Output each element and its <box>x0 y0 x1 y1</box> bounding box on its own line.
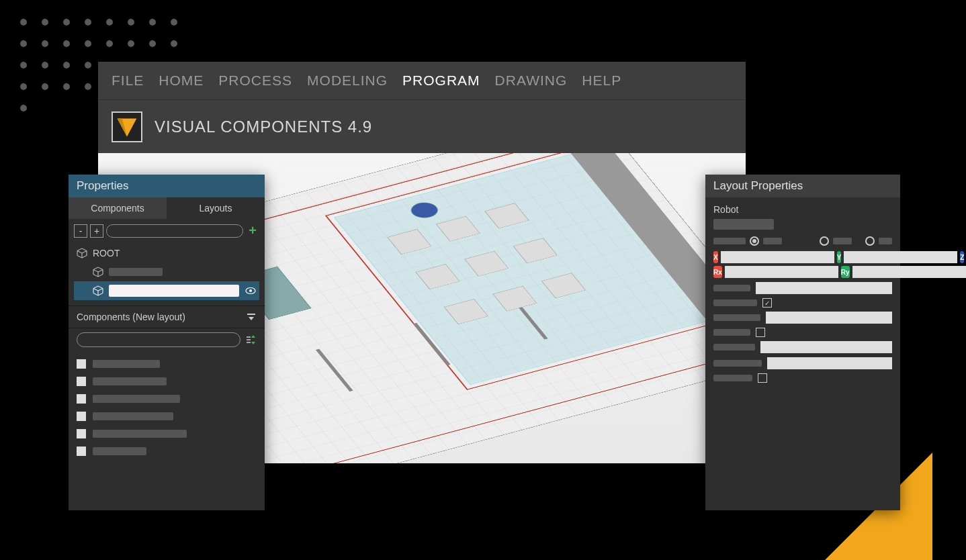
coord-position-row: X Y Z <box>713 251 892 263</box>
list-item[interactable] <box>77 355 257 373</box>
radio-option-1[interactable] <box>750 236 759 246</box>
property-row: ✓ <box>713 298 892 308</box>
x-input[interactable] <box>721 251 834 263</box>
tree-item-label <box>109 268 163 276</box>
component-checklist <box>69 351 265 464</box>
properties-panel: Properties Components Layouts - + + ROOT… <box>69 175 265 510</box>
ry-input[interactable] <box>852 266 966 278</box>
list-item[interactable] <box>77 390 257 408</box>
dropdown-icon[interactable] <box>246 312 257 322</box>
menu-home[interactable]: HOME <box>159 73 204 89</box>
properties-header: Properties <box>69 175 265 197</box>
tab-components[interactable]: Components <box>69 197 167 219</box>
svg-rect-4 <box>247 314 255 315</box>
property-checkbox[interactable] <box>758 373 767 383</box>
property-field[interactable] <box>760 341 892 353</box>
menu-modeling[interactable]: MODELING <box>307 73 388 89</box>
property-field[interactable] <box>766 312 892 324</box>
sort-icon[interactable] <box>245 334 257 346</box>
layout-panel-header: Layout Properties <box>705 175 900 197</box>
radio-option-2[interactable] <box>820 236 829 246</box>
tree-list: ROOT <box>69 242 265 301</box>
cube-icon <box>77 248 87 259</box>
property-row <box>713 282 892 294</box>
checkbox[interactable] <box>77 447 86 456</box>
filter-input[interactable] <box>77 332 240 347</box>
app-logo-icon <box>112 111 142 142</box>
properties-tabs: Components Layouts <box>69 197 265 219</box>
property-checkbox[interactable]: ✓ <box>762 298 772 308</box>
menu-process[interactable]: PROCESS <box>218 73 292 89</box>
tree-item-label <box>109 285 239 297</box>
property-row <box>713 341 892 353</box>
cube-icon <box>93 267 103 277</box>
tree-search-input[interactable] <box>106 224 243 238</box>
list-item[interactable] <box>77 425 257 442</box>
tree-item-selected[interactable] <box>74 281 259 300</box>
checkbox[interactable] <box>77 394 86 404</box>
checkbox[interactable] <box>77 429 86 438</box>
rx-input[interactable] <box>725 266 838 278</box>
radio-option-3[interactable] <box>865 236 875 246</box>
subheader-label: Components (New layout) <box>77 312 185 322</box>
root-label: ROOT <box>93 248 120 259</box>
list-item[interactable] <box>77 442 257 460</box>
expand-button[interactable]: + <box>90 224 103 238</box>
property-field[interactable] <box>767 357 892 369</box>
components-subheader: Components (New layout) <box>69 306 265 328</box>
cube-icon <box>93 285 103 296</box>
tree-toolbar: - + + <box>69 219 265 242</box>
layout-properties-panel: Layout Properties Robot X Y Z Rx Ry <box>705 175 900 510</box>
rx-label: Rx <box>713 266 722 278</box>
y-label: Y <box>837 251 842 263</box>
menu-help[interactable]: HELP <box>582 73 621 89</box>
checkbox[interactable] <box>77 412 86 421</box>
coord-rotation-row: Rx Ry Rz <box>713 266 892 278</box>
menu-drawing[interactable]: DRAWING <box>495 73 568 89</box>
list-item[interactable] <box>77 373 257 390</box>
x-label: X <box>713 251 718 263</box>
add-button[interactable]: + <box>246 223 259 238</box>
menu-program[interactable]: PROGRAM <box>402 73 480 89</box>
placeholder <box>713 219 774 230</box>
checkbox[interactable] <box>77 359 86 369</box>
svg-marker-5 <box>249 317 254 320</box>
checkbox[interactable] <box>77 377 86 386</box>
menu-file[interactable]: FILE <box>112 73 144 89</box>
property-row <box>713 357 892 369</box>
property-checkbox[interactable] <box>756 328 765 337</box>
collapse-button[interactable]: - <box>74 224 87 238</box>
property-row <box>713 328 892 337</box>
eye-icon[interactable] <box>245 285 257 297</box>
svg-marker-9 <box>251 335 255 338</box>
ry-label: Ry <box>841 266 850 278</box>
radio-row <box>713 236 892 246</box>
svg-point-3 <box>249 289 252 292</box>
filter-row <box>69 328 265 351</box>
svg-marker-10 <box>251 342 255 344</box>
tree-item[interactable] <box>74 263 259 281</box>
title-bar: VISUAL COMPONENTS 4.9 <box>98 99 746 153</box>
property-row <box>713 312 892 324</box>
tab-layouts[interactable]: Layouts <box>167 197 265 219</box>
tree-root[interactable]: ROOT <box>74 244 259 263</box>
app-title: VISUAL COMPONENTS 4.9 <box>155 118 372 136</box>
menu-bar: FILE HOME PROCESS MODELING PROGRAM DRAWI… <box>98 62 746 99</box>
y-input[interactable] <box>844 251 957 263</box>
section-label: Robot <box>713 204 892 215</box>
property-field[interactable] <box>756 282 892 294</box>
list-item[interactable] <box>77 408 257 425</box>
property-row <box>713 373 892 383</box>
z-label: Z <box>960 251 964 263</box>
